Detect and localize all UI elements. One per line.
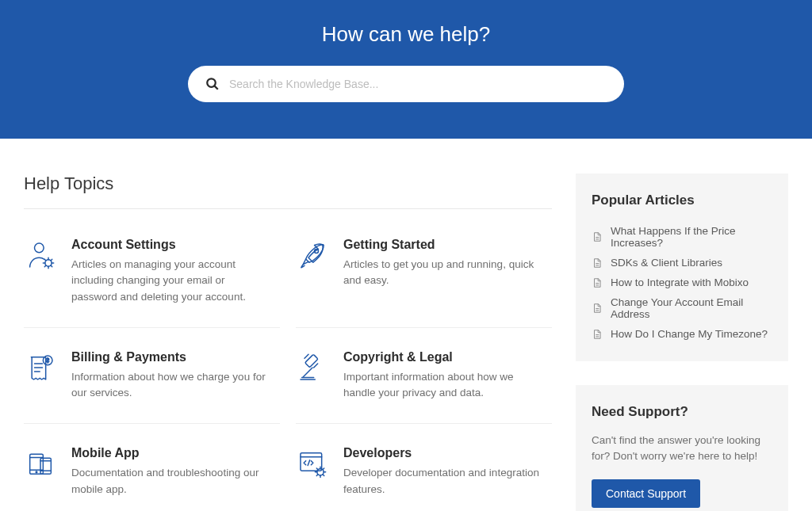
svg-point-18 [36, 471, 37, 473]
sidebar: Popular Articles What Happens If the Pri… [576, 174, 788, 511]
popular-articles-heading: Popular Articles [592, 193, 772, 208]
document-icon [592, 329, 603, 340]
popular-articles-panel: Popular Articles What Happens If the Pri… [576, 174, 788, 361]
code-gear-icon [296, 446, 329, 498]
topic-title: Getting Started [343, 238, 544, 252]
svg-point-2 [35, 243, 44, 253]
article-title: What Happens If the Price Increases? [611, 225, 772, 249]
article-title: How to Integrate with Mobixo [611, 276, 749, 288]
svg-line-11 [314, 364, 318, 368]
topic-desc: Information about how we charge you for … [71, 369, 272, 402]
topic-title: Billing & Payments [71, 350, 272, 364]
help-topics-heading: Help Topics [24, 174, 552, 194]
hero-title: How can we help? [0, 22, 812, 47]
topic-title: Copyright & Legal [343, 350, 544, 364]
topic-desc: Important information about how we handl… [343, 369, 544, 402]
document-icon [592, 303, 603, 314]
article-title: Change Your Account Email Address [611, 296, 772, 320]
topic-desc: Articles to get you up and running, quic… [343, 257, 544, 289]
search-input[interactable] [229, 78, 607, 90]
topic-developers[interactable]: Developers Developer documentation and i… [296, 440, 552, 511]
svg-line-10 [304, 354, 308, 358]
popular-article-link[interactable]: How to Integrate with Mobixo [592, 273, 772, 292]
receipt-dollar-icon [24, 350, 57, 402]
topic-getting-started[interactable]: Getting Started Articles to get you up a… [296, 231, 552, 328]
user-gear-icon [24, 238, 57, 305]
need-support-panel: Need Support? Can't find the answer you'… [576, 385, 788, 511]
divider [24, 208, 552, 209]
topic-desc: Articles on managing your account includ… [71, 257, 272, 305]
popular-article-link[interactable]: What Happens If the Price Increases? [592, 221, 772, 253]
topic-title: Account Settings [71, 238, 272, 252]
document-icon [592, 231, 603, 242]
svg-point-4 [315, 250, 319, 254]
topic-title: Mobile App [71, 446, 272, 460]
svg-line-12 [303, 368, 312, 377]
gavel-icon [296, 350, 329, 402]
popular-article-link[interactable]: Change Your Account Email Address [592, 292, 772, 324]
document-icon [592, 277, 603, 288]
hero-banner: How can we help? [0, 0, 812, 139]
popular-article-link[interactable]: How Do I Change My Timezone? [592, 324, 772, 344]
svg-line-1 [215, 86, 218, 90]
topic-desc: Developer documentation and integration … [343, 465, 544, 498]
svg-rect-22 [301, 453, 322, 471]
main-content: Help Topics Account Settings Articles on… [24, 174, 552, 511]
topic-copyright-legal[interactable]: Copyright & Legal Important information … [296, 344, 552, 425]
document-icon [592, 257, 603, 269]
topic-billing-payments[interactable]: Billing & Payments Information about how… [24, 344, 280, 425]
search-container[interactable] [188, 66, 624, 102]
rocket-icon [296, 238, 329, 305]
popular-article-link[interactable]: SDKs & Client Libraries [592, 253, 772, 273]
mobile-devices-icon [24, 446, 57, 498]
svg-point-0 [207, 78, 216, 87]
article-title: SDKs & Client Libraries [611, 257, 722, 269]
topic-title: Developers [343, 446, 544, 460]
topic-mobile-app[interactable]: Mobile App Documentation and troubleshoo… [24, 440, 280, 511]
support-text: Can't find the answer you're looking for… [592, 433, 772, 465]
search-icon [205, 77, 220, 91]
need-support-heading: Need Support? [592, 404, 772, 420]
topic-desc: Documentation and troubleshooting our mo… [71, 465, 272, 498]
topic-account-settings[interactable]: Account Settings Articles on managing yo… [24, 231, 280, 328]
contact-support-button[interactable]: Contact Support [592, 479, 700, 508]
article-title: How Do I Change My Timezone? [611, 328, 768, 340]
